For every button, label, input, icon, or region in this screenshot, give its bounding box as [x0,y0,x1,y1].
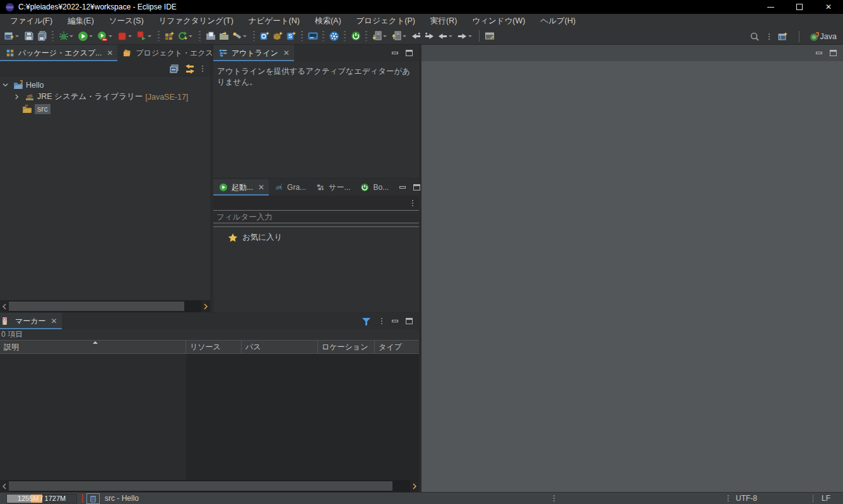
tab-markers-close-icon[interactable]: ✕ [51,317,57,325]
chevron-right-icon[interactable] [11,94,21,100]
menu-source[interactable]: ソース(S) [102,16,151,26]
forward-button[interactable] [456,29,475,43]
column-resource[interactable]: リソース [186,341,242,353]
save-button[interactable] [22,29,35,43]
open-perspective-button[interactable] [777,30,790,44]
encoding-kebab-menu[interactable] [726,495,731,501]
collapse-all-icon[interactable] [168,63,179,74]
tab-markers[interactable]: マーカー ✕ [0,313,62,329]
column-description[interactable]: 説明 [0,341,186,353]
run-config-button[interactable] [96,29,115,43]
menu-help[interactable]: ヘルプ(H) [533,16,583,26]
search-flashlight-button[interactable] [230,29,250,43]
toolbar-kebab-menu[interactable] [767,33,772,40]
filter-funnel-icon[interactable] [361,316,372,327]
menu-edit[interactable]: 編集(E) [60,16,102,26]
tab-gradle[interactable]: Gra... [269,179,310,196]
scrollbar-thumb[interactable] [9,481,392,491]
outline-maximize-icon[interactable] [406,50,413,56]
menu-file[interactable]: ファイル(F) [3,16,60,26]
terminate-relaunch-button[interactable] [135,29,155,43]
markers-hscrollbar[interactable] [0,480,419,492]
tree-item-src[interactable]: src [0,103,210,115]
statusbar-center-kebab[interactable] [551,493,557,504]
markers-kebab-menu[interactable] [379,318,384,324]
tree-item-jre-library[interactable]: JRE システム・ライブラリー [JavaSE-17] [0,91,210,103]
stop-button[interactable] [115,29,135,43]
tab-outline-close-icon[interactable]: ✕ [283,49,290,57]
debug-dropdown[interactable] [69,35,73,37]
java-perspective-button[interactable]: Java [808,30,838,44]
console-button[interactable] [306,29,319,43]
last-edit-forward-button[interactable] [423,29,436,43]
window-minimize-button[interactable] [756,0,785,14]
scroll-left-icon[interactable] [0,483,9,489]
tab-package-explorer[interactable]: パッケージ・エクスプ... ✕ [0,45,117,61]
launch-filter-input[interactable] [213,210,419,223]
scroll-left-icon[interactable] [0,303,9,310]
column-path[interactable]: パス [242,341,318,353]
debug-button[interactable] [57,29,76,43]
run-button[interactable] [76,29,96,43]
settings-gear-button[interactable] [327,29,341,43]
package-explorer-hscrollbar[interactable] [0,300,210,312]
next-annotation-dropdown[interactable] [383,35,387,37]
heap-status-widget[interactable]: 1255M / 1727M [6,494,77,503]
markers-minimize-icon[interactable] [392,320,398,322]
menu-run[interactable]: 実行(R) [423,16,464,26]
new-class-button[interactable] [258,29,271,43]
new-wizard-dropdown[interactable] [15,35,19,37]
run-config-dropdown[interactable] [109,35,112,37]
link-with-editor-icon[interactable] [184,63,195,74]
open-resource-button[interactable] [217,29,230,43]
run-dropdown[interactable] [89,35,93,37]
markers-maximize-icon[interactable] [406,318,413,324]
tab-launch[interactable]: 起動... ✕ [213,179,269,196]
run-garbage-collector-button[interactable] [86,493,100,504]
new-java-project-button[interactable] [163,29,176,43]
launch-kebab-menu[interactable] [410,200,415,206]
new-snippet-button[interactable] [285,29,298,43]
package-explorer-kebab-menu[interactable] [200,66,205,72]
menu-window[interactable]: ウィンドウ(W) [464,16,533,26]
line-ending-label[interactable]: LF [822,493,830,504]
chevron-down-icon[interactable] [0,82,10,88]
tab-launch-close-icon[interactable]: ✕ [258,183,264,192]
stop-dropdown[interactable] [128,35,132,37]
column-type[interactable]: タイプ [375,341,419,353]
boot-power-button[interactable] [349,29,362,43]
search-button[interactable] [748,30,762,44]
forward-dropdown[interactable] [468,35,472,37]
menu-navigate[interactable]: ナビゲート(N) [241,16,307,26]
open-editor-button[interactable] [483,29,497,43]
next-annotation-button[interactable] [370,29,390,43]
last-edit-back-button[interactable] [410,29,423,43]
tab-project-explorer[interactable]: プロジェクト・エクス... [117,45,224,61]
window-close-button[interactable]: ✕ [814,0,843,14]
outline-minimize-icon[interactable] [392,52,398,54]
back-button[interactable] [436,29,456,43]
new-wizard-button[interactable] [3,29,22,43]
tree-item-project-hello[interactable]: Hello [0,79,210,91]
editor-maximize-icon[interactable] [830,50,837,56]
open-task-button[interactable] [204,29,217,43]
window-maximize-button[interactable] [785,0,814,14]
menu-search[interactable]: 検索(A) [307,16,349,26]
build-dropdown[interactable] [189,35,192,37]
prev-annotation-dropdown[interactable] [403,35,406,37]
new-package-button[interactable] [271,29,285,43]
launch-maximize-icon[interactable] [413,184,420,190]
build-button[interactable] [176,29,196,43]
column-location[interactable]: ロケーション [318,341,375,353]
launch-minimize-icon[interactable] [399,186,406,189]
save-all-button[interactable] [35,29,49,43]
encoding-label[interactable]: UTF-8 [736,494,757,503]
search-flashlight-dropdown[interactable] [243,35,247,37]
menu-project[interactable]: プロジェクト(P) [349,16,423,26]
scroll-right-icon[interactable] [201,303,210,310]
tab-outline[interactable]: アウトライン ✕ [213,45,294,61]
favorites-item[interactable]: お気に入り [213,227,419,243]
back-dropdown[interactable] [449,35,452,37]
scrollbar-thumb[interactable] [9,302,184,311]
prev-annotation-button[interactable] [390,29,410,43]
